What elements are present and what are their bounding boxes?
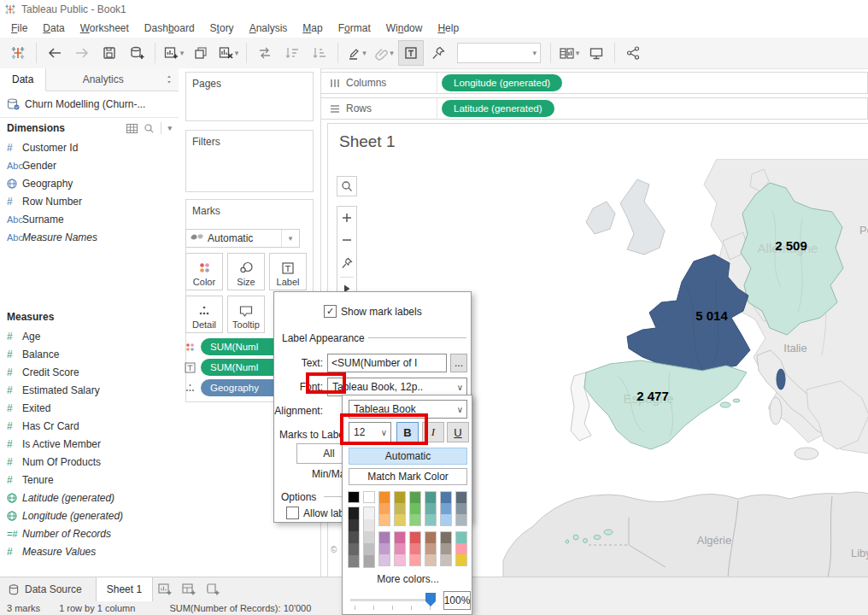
label-text-input[interactable]: <SUM(Number of I — [327, 354, 447, 372]
field-credit-score[interactable]: #Credit Score — [0, 363, 179, 381]
field-is-active-member[interactable]: #Is Active Member — [0, 435, 179, 453]
color-swatch[interactable] — [441, 554, 451, 565]
datasource-item[interactable]: Churn Modelling (Churn-... — [0, 91, 179, 118]
highlight-button[interactable]: ▾ — [343, 40, 369, 66]
opacity-slider-handle[interactable] — [425, 593, 436, 606]
pane-swap-button[interactable] — [160, 68, 179, 91]
color-swatch[interactable] — [379, 554, 390, 565]
color-swatch[interactable] — [441, 532, 451, 543]
menu-analysis[interactable]: Analysis — [242, 20, 296, 37]
field-exited[interactable]: #Exited — [0, 399, 179, 417]
presentation-mode-button[interactable] — [584, 40, 609, 66]
menu-data[interactable]: Data — [35, 20, 72, 37]
color-swatch[interactable] — [441, 543, 451, 554]
zoom-in-button[interactable] — [342, 207, 352, 229]
new-datasource-button[interactable] — [124, 40, 150, 66]
color-swatch[interactable] — [441, 492, 451, 503]
text-ellipsis-button[interactable]: ... — [450, 354, 467, 372]
redo-button[interactable] — [69, 40, 95, 66]
field-measure-names[interactable]: AbcMeasure Names — [0, 228, 179, 246]
menu-window[interactable]: Window — [378, 20, 431, 37]
color-swatch[interactable] — [425, 543, 436, 554]
menu-story[interactable]: Story — [202, 20, 242, 37]
tableau-home-button[interactable] — [5, 40, 31, 66]
fit-selector[interactable]: ▾ — [457, 43, 541, 63]
zoom-out-button[interactable] — [342, 229, 352, 251]
color-swatch[interactable] — [425, 532, 436, 543]
label-button[interactable]: Label — [269, 253, 307, 290]
field-number-of-records[interactable]: =#Number of Records — [0, 524, 179, 542]
color-swatch[interactable] — [441, 514, 451, 525]
field-has-cr-card[interactable]: #Has Cr Card — [0, 417, 179, 435]
color-swatch[interactable] — [456, 532, 466, 543]
color-swatch[interactable] — [364, 531, 374, 543]
color-swatch[interactable] — [410, 503, 420, 514]
show-mark-labels-button[interactable] — [398, 40, 424, 66]
color-swatch[interactable] — [349, 555, 359, 567]
allow-labels-overlap-checkbox[interactable] — [286, 507, 299, 519]
font-size-dropdown[interactable]: 12∨ — [349, 422, 391, 442]
new-dashboard-tab-button[interactable] — [177, 577, 201, 601]
color-button[interactable]: Color — [185, 253, 223, 290]
swap-axes-button[interactable] — [252, 40, 278, 66]
match-mark-color-button[interactable]: Match Mark Color — [349, 468, 467, 485]
filters-shelf[interactable]: Filters — [185, 130, 314, 192]
color-swatch[interactable] — [456, 554, 466, 565]
color-swatch[interactable] — [410, 492, 420, 503]
color-swatch[interactable] — [395, 492, 405, 503]
color-swatch[interactable] — [379, 532, 390, 543]
font-dropdown[interactable]: Tableau Book, 12p..∨ — [327, 378, 467, 396]
menu-file[interactable]: File — [3, 20, 35, 37]
color-swatch[interactable] — [379, 503, 390, 514]
pill-latitude[interactable]: Latitude (generated) — [442, 100, 554, 117]
color-swatch[interactable] — [395, 503, 405, 514]
undo-button[interactable] — [42, 40, 67, 66]
color-swatch[interactable] — [364, 519, 374, 531]
color-swatch[interactable] — [410, 532, 420, 543]
color-swatch[interactable] — [395, 532, 405, 543]
field-gender[interactable]: AbcGender — [0, 156, 179, 174]
sort-descending-button[interactable] — [307, 40, 332, 66]
color-swatch[interactable] — [456, 492, 466, 503]
menu-worksheet[interactable]: Worksheet — [73, 20, 137, 37]
color-swatch[interactable] — [410, 514, 420, 525]
color-swatch[interactable] — [364, 543, 374, 555]
fix-axes-button[interactable] — [425, 40, 451, 66]
color-swatch[interactable] — [364, 555, 374, 567]
more-colors-link[interactable]: More colors... — [343, 573, 473, 585]
tooltip-button[interactable]: Tooltip — [227, 296, 265, 333]
color-swatch[interactable] — [379, 492, 390, 503]
data-source-tab[interactable]: Data Source — [0, 577, 96, 601]
duplicate-sheet-button[interactable] — [188, 40, 214, 66]
mark-label-france[interactable]: 5 014 — [695, 308, 728, 323]
field-tenure[interactable]: #Tenure — [0, 471, 179, 489]
menu-format[interactable]: Format — [331, 20, 378, 37]
show-mark-labels-checkbox[interactable]: ✓ — [324, 305, 337, 318]
format-painter-button[interactable]: ▾ — [371, 40, 396, 66]
color-swatch[interactable] — [349, 519, 359, 531]
color-swatch[interactable] — [395, 554, 405, 565]
field-balance[interactable]: #Balance — [0, 345, 179, 363]
color-swatch[interactable] — [395, 543, 405, 554]
mark-label-spain[interactable]: 2 477 — [636, 389, 669, 403]
new-worksheet-tab-button[interactable] — [153, 577, 177, 601]
tab-data[interactable]: Data — [0, 68, 46, 91]
size-button[interactable]: Size — [227, 253, 265, 290]
color-swatch[interactable] — [425, 492, 436, 503]
color-swatch[interactable] — [349, 531, 359, 543]
color-swatch[interactable] — [395, 514, 405, 525]
color-swatch[interactable] — [425, 514, 436, 525]
sheet1-tab[interactable]: Sheet 1 — [96, 577, 153, 601]
zoom-home-button[interactable] — [341, 251, 353, 275]
color-swatch[interactable] — [425, 503, 436, 514]
field-measure-values[interactable]: #Measure Values — [0, 542, 179, 560]
color-swatch[interactable] — [456, 543, 466, 554]
color-swatch[interactable] — [456, 503, 466, 514]
new-worksheet-button[interactable]: ▾ — [161, 40, 186, 66]
bold-button[interactable]: B — [396, 422, 419, 442]
opacity-slider-track[interactable] — [350, 599, 436, 601]
map-search-button[interactable] — [337, 176, 357, 196]
color-swatch[interactable] — [410, 554, 420, 565]
menu-map[interactable]: Map — [295, 20, 330, 37]
underline-button[interactable]: U — [447, 422, 469, 442]
